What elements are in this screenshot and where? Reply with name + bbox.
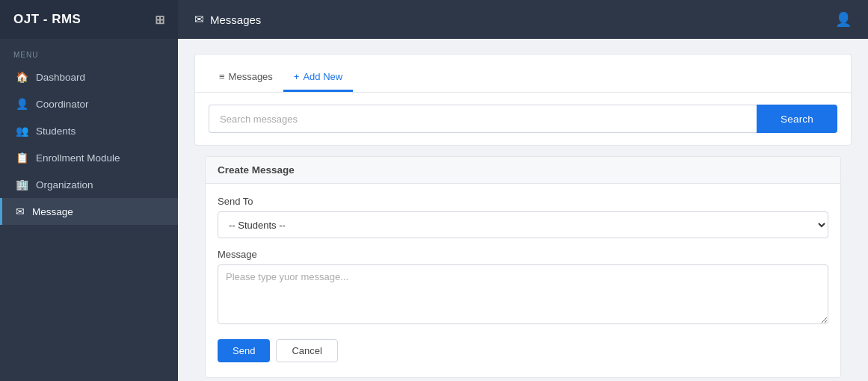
user-icon[interactable]: 👤: [835, 11, 852, 28]
sidebar-item-dashboard[interactable]: 🏠 Dashboard: [0, 64, 178, 90]
add-new-tab-icon: +: [294, 71, 300, 82]
sidebar-item-label: Message: [32, 206, 73, 217]
message-label: Message: [218, 249, 828, 260]
search-button[interactable]: Search: [757, 105, 837, 133]
section-header: Create Message: [206, 157, 840, 184]
topbar-title-text: Messages: [210, 13, 261, 26]
sidebar-item-enrollment[interactable]: 📋 Enrollment Module: [0, 144, 178, 171]
sidebar-nav: 🏠 Dashboard 👤 Coordinator 👥 Students 📋 E…: [0, 64, 178, 225]
cancel-button[interactable]: Cancel: [276, 339, 337, 362]
messages-tab-icon: ≡: [219, 71, 225, 82]
sidebar-header: OJT - RMS ⊞: [0, 0, 178, 39]
sidebar-item-label: Enrollment Module: [36, 152, 120, 164]
enrollment-icon: 📋: [16, 152, 28, 164]
sidebar-item-students[interactable]: 👥 Students: [0, 117, 178, 144]
tab-add-new[interactable]: + Add New: [283, 65, 353, 92]
main-area: ✉ Messages 👤 ≡ Messages + Add New Search: [178, 0, 868, 381]
send-to-select[interactable]: -- Students -- All Students Specific Stu…: [218, 211, 828, 238]
coordinator-icon: 👤: [16, 98, 28, 110]
topbar-title: ✉ Messages: [194, 13, 261, 26]
message-textarea[interactable]: [218, 264, 828, 324]
send-to-group: Send To -- Students -- All Students Spec…: [218, 196, 828, 238]
main-card: ≡ Messages + Add New Search: [194, 54, 852, 146]
send-button[interactable]: Send: [218, 339, 270, 362]
grid-icon[interactable]: ⊞: [155, 13, 165, 27]
search-input[interactable]: [209, 105, 757, 133]
tab-add-new-label: Add New: [303, 71, 342, 82]
sidebar-item-coordinator[interactable]: 👤 Coordinator: [0, 90, 178, 117]
app-title: OJT - RMS: [13, 12, 81, 27]
sidebar-item-message[interactable]: ✉ Message: [0, 198, 178, 225]
sidebar-item-label: Organization: [36, 179, 93, 190]
sidebar-item-label: Dashboard: [36, 72, 85, 83]
message-icon: ✉: [16, 205, 25, 217]
sidebar-item-label: Students: [36, 126, 76, 137]
organization-icon: 🏢: [16, 179, 28, 190]
form-actions: Send Cancel: [218, 339, 828, 362]
send-to-label: Send To: [218, 196, 828, 207]
tab-messages-label: Messages: [229, 71, 273, 82]
sidebar: OJT - RMS ⊞ MENU 🏠 Dashboard 👤 Coordinat…: [0, 0, 178, 381]
menu-label: MENU: [0, 39, 178, 64]
dashboard-icon: 🏠: [16, 71, 28, 83]
section-title: Create Message: [218, 164, 295, 176]
content-area: ≡ Messages + Add New Search Create Messa…: [178, 39, 868, 381]
search-bar-row: Search: [195, 93, 851, 145]
topbar: ✉ Messages 👤: [178, 0, 868, 39]
section-body: Send To -- Students -- All Students Spec…: [206, 184, 840, 377]
sidebar-item-label: Coordinator: [36, 99, 89, 110]
message-group: Message: [218, 249, 828, 327]
topbar-messages-icon: ✉: [194, 13, 204, 26]
sidebar-item-organization[interactable]: 🏢 Organization: [0, 171, 178, 198]
tab-messages[interactable]: ≡ Messages: [209, 65, 283, 92]
students-icon: 👥: [16, 125, 28, 137]
create-message-section: Create Message Send To -- Students -- Al…: [205, 156, 841, 378]
tabs: ≡ Messages + Add New: [195, 55, 851, 93]
